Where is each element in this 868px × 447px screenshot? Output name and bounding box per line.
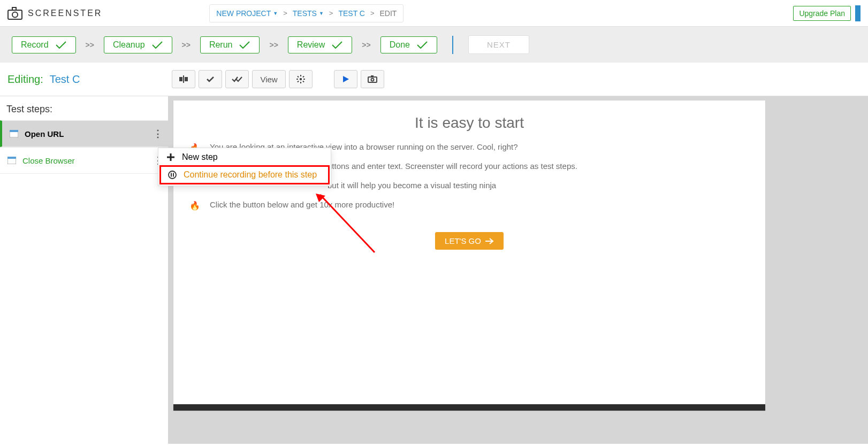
settings-button[interactable] (289, 70, 313, 88)
check-icon (331, 41, 343, 49)
check-icon (206, 76, 215, 82)
caret-down-icon: ▼ (319, 11, 324, 16)
workflow-step-cleanup[interactable]: Cleanup (104, 36, 172, 53)
test-steps-header: Test steps: (0, 96, 168, 120)
upgrade-plan-button[interactable]: Upgrade Plan (793, 6, 851, 21)
svg-rect-5 (185, 77, 188, 81)
svg-point-2 (12, 12, 18, 17)
workflow-step-review[interactable]: Review (288, 36, 352, 53)
ctx-continue-recording[interactable]: Continue recording before this step (161, 167, 328, 183)
workflow-next-button[interactable]: NEXT (468, 35, 529, 54)
align-icon (179, 75, 188, 83)
svg-rect-21 (7, 157, 16, 159)
chevron-right-icon: >> (182, 41, 191, 49)
approve-all-tool-button[interactable] (225, 70, 249, 88)
check-icon (151, 41, 163, 49)
step-label: Open URL (25, 129, 153, 138)
svg-rect-25 (171, 173, 172, 177)
breadcrumb-tests[interactable]: TESTS▼ (293, 9, 324, 18)
intro-card: It is easy to start 🔥You are looking at … (173, 101, 765, 411)
window-icon (10, 130, 18, 137)
editing-test-name[interactable]: Test C (50, 73, 80, 86)
svg-point-24 (169, 171, 176, 179)
bullet-row: 🔥Click the button below and get 10x more… (189, 200, 749, 211)
pause-circle-icon (167, 171, 177, 179)
svg-rect-1 (12, 7, 16, 10)
editing-row: Editing: Test C View (0, 63, 868, 96)
fire-icon: 🔥 (189, 200, 199, 211)
svg-rect-3 (179, 77, 182, 81)
svg-rect-9 (296, 79, 298, 80)
app-header: SCREENSTER NEW PROJECT▼ > TESTS▼ > TEST … (0, 0, 868, 27)
screenshot-button[interactable] (361, 70, 384, 88)
svg-point-6 (299, 78, 301, 80)
svg-rect-14 (297, 81, 299, 83)
double-check-icon (232, 76, 242, 82)
ctx-label: Continue recording before this step (184, 170, 317, 180)
step-label: Close Browser (22, 156, 153, 165)
arrow-right-icon (485, 238, 494, 244)
svg-rect-19 (10, 130, 18, 132)
chevron-right-icon: >> (86, 41, 94, 49)
align-tool-button[interactable] (172, 70, 195, 88)
svg-rect-13 (302, 76, 304, 78)
svg-rect-4 (183, 75, 184, 83)
svg-rect-7 (300, 75, 301, 76)
svg-point-17 (371, 79, 374, 81)
main-area: Test steps: Open URL ⋮ Close Browser ⋮ N… (0, 96, 868, 444)
breadcrumb-sep: > (329, 9, 333, 17)
check-icon (239, 41, 250, 49)
workflow-step-rerun[interactable]: Rerun (200, 36, 260, 53)
workflow-divider (452, 36, 453, 54)
svg-rect-26 (173, 173, 174, 177)
workflow-step-record[interactable]: Record (12, 36, 76, 53)
workflow-bar: Record >> Cleanup >> Rerun >> Review >> … (0, 27, 868, 63)
breadcrumb-project[interactable]: NEW PROJECT▼ (216, 9, 278, 18)
account-stub[interactable] (855, 5, 861, 21)
caret-down-icon: ▼ (273, 11, 278, 16)
chevron-right-icon: >> (362, 41, 370, 49)
bullet-text: uttons and enter text. Screenster will r… (328, 161, 577, 171)
play-icon (342, 75, 349, 83)
gear-icon (296, 75, 305, 83)
breadcrumb-current: EDIT (380, 9, 397, 18)
brand-text: SCREENSTER (28, 9, 102, 18)
play-button[interactable] (334, 70, 357, 88)
breadcrumb: NEW PROJECT▼ > TESTS▼ > TEST C > EDIT (209, 4, 403, 22)
breadcrumb-sep: > (370, 9, 375, 17)
camera-icon (368, 75, 377, 83)
sidebar: Test steps: Open URL ⋮ Close Browser ⋮ N… (0, 96, 168, 444)
chevron-right-icon: >> (269, 41, 278, 49)
view-button[interactable]: View (252, 70, 285, 88)
card-title: It is easy to start (189, 114, 749, 132)
breadcrumb-test[interactable]: TEST C (338, 9, 365, 18)
brand: SCREENSTER (7, 7, 102, 20)
bullet-text: but it will help you become a visual tes… (328, 181, 496, 190)
breadcrumb-sep: > (283, 9, 287, 17)
annotation-highlight: Continue recording before this step (159, 165, 330, 184)
test-step-close-browser[interactable]: Close Browser ⋮ New step Continue record… (0, 147, 168, 174)
svg-rect-23 (167, 157, 174, 158)
check-icon (416, 41, 428, 49)
bullet-text: Click the button below and get 10x more … (210, 200, 394, 209)
window-icon (7, 157, 16, 164)
svg-rect-8 (300, 82, 301, 83)
test-step-open-url[interactable]: Open URL ⋮ (0, 120, 168, 147)
step-context-menu: New step Continue recording before this … (158, 148, 331, 186)
check-icon (55, 41, 67, 49)
workflow-step-done[interactable]: Done (380, 36, 437, 53)
ctx-new-step[interactable]: New step (158, 148, 331, 166)
ctx-label: New step (182, 152, 218, 162)
svg-rect-12 (302, 81, 304, 83)
editing-label: Editing: (7, 73, 43, 86)
card-footer-band (173, 404, 765, 411)
more-vert-icon[interactable]: ⋮ (153, 128, 161, 140)
svg-rect-10 (303, 79, 305, 80)
svg-rect-16 (371, 75, 374, 77)
approve-tool-button[interactable] (199, 70, 222, 88)
plus-icon (166, 153, 176, 161)
camera-logo-icon (7, 7, 22, 20)
svg-rect-11 (297, 76, 299, 78)
lets-go-button[interactable]: LET'S GO (435, 232, 504, 250)
